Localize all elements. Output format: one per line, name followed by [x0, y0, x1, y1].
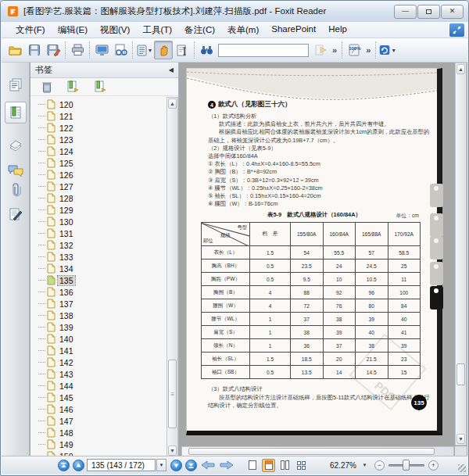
bookmark-item[interactable]: 137 [38, 298, 166, 310]
restore-button[interactable] [417, 5, 440, 19]
bookmark-item[interactable]: 146 [38, 403, 166, 415]
zoom-dropdown[interactable]: ▼ [360, 459, 370, 471]
bookmark-item[interactable]: 147 [38, 415, 166, 427]
bookmarks-panel-button[interactable] [5, 102, 27, 123]
doc-scroll-down-button[interactable]: ▼ [456, 434, 465, 444]
doc-scroll-up-button[interactable]: ▲ [456, 64, 465, 74]
continuous-page-button[interactable] [262, 459, 275, 472]
search-input[interactable] [218, 44, 309, 57]
first-page-button[interactable] [58, 460, 70, 471]
bookmark-item[interactable]: 139 [38, 321, 166, 333]
next-view-button[interactable] [220, 460, 234, 470]
attachments-panel-button[interactable] [5, 178, 27, 200]
bookmark-item[interactable]: 132 [38, 239, 166, 251]
zoom-slider[interactable] [388, 460, 424, 471]
bookmark-item[interactable]: 143 [38, 368, 166, 380]
document-area[interactable]: PDG 4 款式八（见彩图三十六） （1）款式结构分析 款式描述：此款为插肩袖女… [180, 63, 467, 457]
zoom-slider-handle[interactable] [403, 460, 410, 471]
bookmark-item[interactable]: 127 [38, 181, 166, 192]
bookmark-item[interactable]: 128 [38, 192, 166, 204]
bookmark-item[interactable]: 122 [38, 122, 166, 134]
menu-item[interactable]: 备注(C) [178, 23, 221, 38]
bookmark-item[interactable]: 120 [38, 98, 166, 110]
bookmark-item[interactable]: 141 [38, 345, 166, 356]
zoom-out-button[interactable]: − [374, 460, 385, 471]
toolbar-overflow-chevron-2[interactable]: » [363, 45, 373, 55]
continuous-facing-button[interactable] [295, 459, 308, 472]
resize-grip[interactable] [458, 464, 466, 472]
minimize-button[interactable]: — [394, 5, 417, 19]
bookmark-item[interactable]: 149 [38, 438, 166, 450]
bookmark-item[interactable]: 130 [38, 216, 166, 227]
bookmark-item[interactable]: 126 [38, 169, 166, 181]
bookmark-item[interactable]: 148 [38, 427, 166, 438]
scrollbar-thumb[interactable]: ≡ [168, 360, 177, 428]
scroll-down-button[interactable]: ▼ [168, 446, 177, 456]
bookmark-label: 128 [58, 194, 75, 203]
single-page-button[interactable] [245, 459, 259, 472]
bookmark-item[interactable]: 125 [38, 157, 166, 169]
actual-size-button[interactable]: 100% [345, 41, 363, 59]
select-text-button[interactable] [173, 41, 192, 59]
rotate-view-button[interactable]: ▼ [378, 41, 397, 59]
bookmark-item[interactable]: 142 [38, 356, 166, 368]
add-bookmark-icon[interactable] [66, 81, 80, 93]
zoom-in-button[interactable]: + [428, 460, 439, 471]
bookmark-item[interactable]: 140 [38, 333, 166, 345]
bookmark-item[interactable]: 138 [38, 310, 166, 321]
doc-scrollbar-thumb[interactable] [456, 363, 465, 385]
title-bar[interactable]: [看图学艺.服装篇：图解服装身型打板技术].刘建萍.扫描版.pdf - Foxi… [1, 1, 468, 22]
print-button[interactable] [68, 41, 87, 59]
menu-item[interactable]: SharePoint [265, 23, 322, 38]
panel-collapse-button[interactable]: ◀ [169, 66, 174, 73]
open-button[interactable] [6, 41, 25, 59]
save-as-button[interactable] [44, 41, 63, 59]
save-button[interactable] [25, 41, 44, 59]
fullscreen-button[interactable] [449, 23, 464, 37]
bookmark-item[interactable]: 131 [38, 227, 166, 239]
facing-page-button[interactable] [278, 459, 292, 472]
doc-h-scrollbar-thumb[interactable] [188, 448, 435, 455]
table-cell: 84 [388, 299, 421, 313]
bookmark-item[interactable]: 124 [38, 145, 166, 157]
snapshot-button[interactable] [92, 41, 111, 59]
bookmark-item[interactable]: 144 [38, 380, 166, 392]
page-number-field[interactable]: 135 (143 / 172) [87, 459, 156, 471]
bookmark-item[interactable]: 134 [38, 263, 166, 274]
layers-panel-button[interactable] [5, 134, 27, 156]
table-corner-cell: 号型 规格 部位 [202, 223, 250, 246]
menu-item[interactable]: 编辑(E) [52, 23, 94, 38]
menu-item[interactable]: Help [322, 23, 353, 38]
menu-item[interactable]: 表单(m) [221, 23, 265, 38]
delete-bookmark-icon[interactable] [41, 81, 52, 93]
close-button[interactable]: ✕ [441, 5, 464, 19]
bookmark-scrollbar[interactable]: ▲ ≡ ▼ [166, 97, 178, 457]
bookmark-item[interactable]: 123 [38, 134, 166, 145]
page-display-button[interactable]: ▼ [135, 41, 154, 59]
previous-page-button[interactable] [73, 460, 84, 471]
bookmark-item[interactable]: 145 [38, 392, 166, 403]
menu-item[interactable]: 工具(T) [136, 23, 178, 38]
toolbar-overflow-chevron[interactable]: » [330, 45, 339, 55]
previous-view-button[interactable] [201, 460, 215, 470]
pages-panel-button[interactable] [5, 73, 27, 95]
scroll-up-button[interactable]: ▲ [168, 98, 177, 109]
search-next-button[interactable] [311, 41, 330, 59]
document-scrollbar[interactable]: ▲ ▼ [455, 63, 467, 446]
menu-item[interactable]: 文件(F) [9, 23, 52, 38]
bookmark-item[interactable]: 136 [38, 286, 166, 298]
bookmark-item[interactable]: 135 [38, 274, 166, 286]
bookmark-item[interactable]: 129 [38, 204, 166, 216]
signature-panel-button[interactable] [5, 203, 27, 225]
hand-tool-button[interactable] [154, 41, 173, 59]
find-button[interactable] [197, 41, 216, 59]
bookmark-item[interactable]: 133 [38, 251, 166, 263]
menu-item[interactable]: 视图(V) [94, 23, 136, 38]
next-page-button[interactable] [170, 460, 182, 471]
page-field-dropdown[interactable]: ▼ [156, 459, 166, 471]
bookmark-item[interactable]: 121 [38, 110, 166, 122]
table-cell: 37 [291, 313, 324, 326]
last-page-button[interactable] [185, 460, 197, 471]
read-mode-button[interactable] [111, 41, 130, 59]
add-child-bookmark-icon[interactable] [94, 81, 107, 93]
